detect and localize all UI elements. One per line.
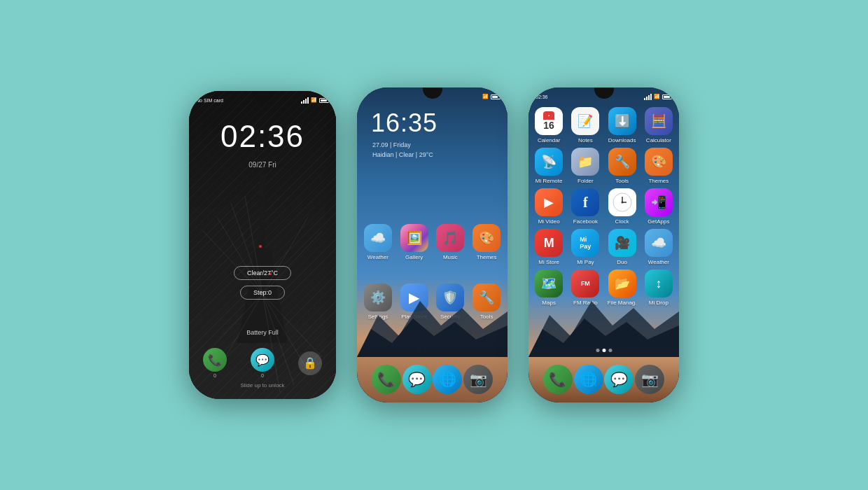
page-dot-3-1[interactable] (596, 349, 599, 352)
battery-status: Battery Full (189, 329, 336, 336)
app-label-miweather: Weather (648, 259, 669, 265)
app-grid-row1: ☁️ Weather 🖼️ Gallery 🎵 Music 🎨 Themes (357, 224, 507, 260)
phone3-dock: 📞 🌐 💬 📷 (528, 365, 679, 394)
clock-icon (608, 188, 636, 216)
app-label-miremote: Mi Remote (536, 178, 563, 184)
mountains-bg (357, 287, 507, 357)
app-label-mipay: Mi Pay (577, 259, 594, 265)
sim-status: No SIM card (196, 98, 223, 103)
home-date-weather: 27.09 | Friday Haidian | Clear | 29°C (372, 140, 433, 160)
mithemes-icon: 🎨 (645, 148, 673, 176)
app-label-mitools: Tools (615, 178, 629, 184)
app-duo[interactable]: 🎥 Duo (606, 229, 638, 265)
app-label-getapps: GetApps (648, 218, 669, 225)
app-gallery[interactable]: 🖼️ Gallery (399, 224, 430, 260)
wifi-icon-3: 📶 (654, 94, 660, 99)
app-label-facebook: Facebook (573, 218, 598, 225)
status-icons-3: 📶 (644, 94, 672, 100)
app-mitools[interactable]: 🔧 Tools (606, 148, 638, 184)
weather-icon: ☁️ (364, 224, 392, 252)
mistore-icon: M (535, 229, 563, 257)
app-mistore[interactable]: M Mi Store (533, 229, 565, 265)
page-dot-3-3[interactable] (608, 349, 612, 352)
weather-pill[interactable]: Clear/27°C (234, 266, 291, 280)
status-icons: 📶 (301, 97, 329, 104)
app-weather[interactable]: ☁️ Weather (363, 224, 393, 260)
home-screen-2: 📶 16:35 27.09 | Friday Haidian | Clear |… (357, 88, 507, 402)
dock-messages[interactable]: 💬 (402, 365, 432, 394)
app-label-mistore: Mi Store (538, 259, 559, 265)
app-mipay[interactable]: MiPay Mi Pay (569, 229, 601, 265)
dock-phone[interactable]: 📞 (372, 365, 401, 394)
phone2-dock: 📞 💬 🌐 📷 (357, 365, 507, 394)
dock-browser[interactable]: 🌐 (433, 365, 462, 394)
mivideo-icon: ▶ (535, 188, 563, 216)
phone-dock-item[interactable]: 📞 0 (203, 348, 227, 378)
app-label-calendar: Calendar (538, 137, 560, 144)
app-music[interactable]: 🎵 Music (435, 224, 466, 260)
phone3-app-grid: ▪ 16 Calendar 📝 Notes ⬇️ Downloads 🧮 Cal… (528, 107, 679, 306)
getapps-icon: 📲 (645, 188, 673, 216)
app-miweather[interactable]: ☁️ Weather (643, 229, 675, 265)
music-icon: 🎵 (436, 224, 464, 252)
page-dot-3-2[interactable] (602, 349, 606, 352)
lock-dock: 📞 0 💬 0 🔒 (189, 348, 336, 378)
svg-point-11 (621, 202, 623, 204)
dock3-messages[interactable]: 💬 (604, 365, 634, 394)
app-folder[interactable]: 📁 Folder (569, 148, 601, 184)
app-calendar[interactable]: ▪ 16 Calendar (533, 107, 565, 144)
app-facebook[interactable]: f Facebook (569, 188, 601, 225)
app-mivideo[interactable]: ▶ Mi Video (533, 188, 565, 225)
signal-icon-3 (644, 94, 652, 100)
app-label-downloads: Downloads (608, 137, 636, 144)
signal-icon (301, 97, 309, 104)
battery-icon-3 (662, 94, 672, 99)
app-mithemes[interactable]: 🎨 Themes (643, 148, 675, 184)
app-miremote[interactable]: 📡 Mi Remote (533, 148, 565, 184)
home-time: 16:35 (371, 108, 438, 138)
app-label-clock: Clock (615, 218, 629, 225)
status-icons-2: 📶 (482, 94, 500, 99)
messages-dock-item[interactable]: 💬 0 (251, 348, 274, 378)
battery-icon-2 (491, 94, 500, 99)
app-getapps[interactable]: 📲 GetApps (643, 188, 675, 225)
miweather-icon: ☁️ (645, 229, 673, 257)
app-label-music: Music (443, 254, 458, 260)
duo-icon: 🎥 (608, 229, 636, 257)
app-label-folder: Folder (578, 178, 594, 184)
app-clock[interactable]: Clock (606, 188, 638, 225)
mipay-icon: MiPay (571, 229, 599, 257)
mitools-icon: 🔧 (608, 148, 636, 176)
home-screen-3: 02:36 📶 ▪ 16 (528, 88, 679, 402)
app-downloads[interactable]: ⬇️ Downloads (606, 107, 638, 144)
app-label-weather: Weather (368, 254, 388, 260)
wifi-icon: 📶 (311, 97, 317, 103)
gallery-icon: 🖼️ (400, 224, 428, 252)
app-label-gallery: Gallery (405, 254, 423, 260)
dock3-phone[interactable]: 📞 (543, 365, 573, 394)
mountains-bg-3 (528, 287, 679, 357)
folder-icon: 📁 (571, 148, 599, 176)
dock3-browser[interactable]: 🌐 (574, 365, 603, 394)
lock-time: 02:36 (189, 119, 336, 154)
notes-icon: 📝 (571, 107, 599, 135)
calendar-icon: ▪ 16 (535, 107, 563, 135)
app-themes[interactable]: 🎨 Themes (471, 224, 502, 260)
dock-camera[interactable]: 📷 (463, 365, 493, 394)
battery-icon (319, 98, 329, 103)
dock3-camera[interactable]: 📷 (635, 365, 664, 394)
lock-date: 09/27 Fri (189, 161, 336, 169)
app-label-calculator: Calculator (646, 137, 671, 144)
miremote-icon: 📡 (535, 148, 563, 176)
wifi-status-icon: 📶 (482, 94, 489, 99)
phone-home-screen: 📶 16:35 27.09 | Friday Haidian | Clear |… (357, 88, 507, 402)
app-label-notes: Notes (578, 137, 593, 144)
app-calculator[interactable]: 🧮 Calculator (643, 107, 675, 144)
app-notes[interactable]: 📝 Notes (569, 107, 601, 144)
slide-to-unlock[interactable]: Slide up to unlock (189, 382, 336, 388)
steps-pill[interactable]: Step:0 (240, 286, 285, 300)
lock-dock-right[interactable]: 🔒 (298, 351, 322, 375)
page-dots-3 (596, 349, 612, 352)
app-label-mithemes: Themes (648, 178, 668, 184)
lock-screen: No SIM card 📶 (189, 91, 336, 399)
